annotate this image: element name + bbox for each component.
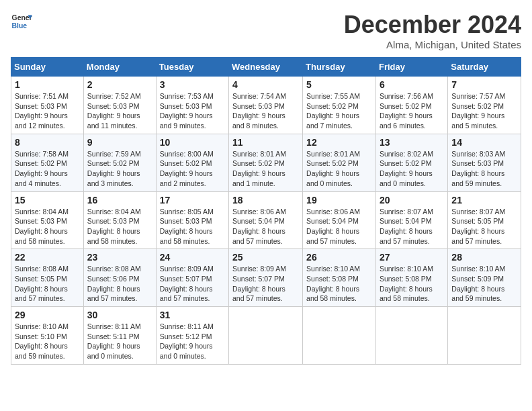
- calendar-cell: 17 Sunrise: 8:05 AMSunset: 5:03 PMDaylig…: [156, 191, 228, 249]
- day-detail: Sunrise: 8:01 AMSunset: 5:02 PMDaylight:…: [306, 150, 360, 187]
- day-number: 12: [306, 137, 372, 148]
- day-number: 13: [380, 137, 444, 148]
- calendar-cell: 29 Sunrise: 8:10 AMSunset: 5:10 PMDaylig…: [11, 307, 84, 365]
- calendar-cell: 8 Sunrise: 7:58 AMSunset: 5:02 PMDayligh…: [11, 134, 84, 191]
- day-number: 3: [160, 79, 225, 90]
- day-detail: Sunrise: 8:10 AMSunset: 5:10 PMDaylight:…: [15, 322, 69, 360]
- day-detail: Sunrise: 8:00 AMSunset: 5:02 PMDaylight:…: [160, 150, 214, 187]
- calendar-cell: 16 Sunrise: 8:04 AMSunset: 5:03 PMDaylig…: [83, 191, 156, 249]
- day-of-week-header: Wednesday: [229, 58, 303, 77]
- day-detail: Sunrise: 8:04 AMSunset: 5:03 PMDaylight:…: [15, 208, 69, 245]
- calendar-cell: 6 Sunrise: 7:56 AMSunset: 5:02 PMDayligh…: [375, 77, 447, 134]
- calendar-cell: [448, 307, 521, 365]
- day-detail: Sunrise: 8:02 AMSunset: 5:02 PMDaylight:…: [380, 150, 433, 187]
- day-number: 20: [380, 195, 444, 205]
- calendar-cell: 7 Sunrise: 7:57 AMSunset: 5:02 PMDayligh…: [448, 77, 521, 134]
- calendar-cell: [229, 307, 303, 365]
- calendar-cell: 27 Sunrise: 8:10 AMSunset: 5:08 PMDaylig…: [375, 249, 447, 307]
- day-number: 30: [87, 310, 152, 320]
- day-detail: Sunrise: 8:01 AMSunset: 5:02 PMDaylight:…: [232, 150, 286, 187]
- day-number: 17: [160, 195, 225, 205]
- day-number: 10: [160, 137, 225, 148]
- day-detail: Sunrise: 7:55 AMSunset: 5:02 PMDaylight:…: [306, 92, 360, 130]
- day-of-week-header: Friday: [375, 58, 447, 77]
- day-number: 21: [451, 195, 517, 205]
- month-title: December 2024: [344, 11, 521, 39]
- calendar-cell: 12 Sunrise: 8:01 AMSunset: 5:02 PMDaylig…: [303, 134, 376, 191]
- day-detail: Sunrise: 8:08 AMSunset: 5:05 PMDaylight:…: [15, 265, 69, 302]
- calendar-cell: 31 Sunrise: 8:11 AMSunset: 5:12 PMDaylig…: [156, 307, 228, 365]
- calendar-cell: [375, 307, 447, 365]
- title-block: December 2024 Alma, Michigan, United Sta…: [344, 11, 521, 50]
- day-number: 27: [380, 252, 444, 263]
- calendar-cell: 14 Sunrise: 8:03 AMSunset: 5:03 PMDaylig…: [448, 134, 521, 191]
- day-detail: Sunrise: 7:56 AMSunset: 5:02 PMDaylight:…: [380, 92, 433, 130]
- logo: General Blue: [11, 11, 32, 32]
- day-number: 11: [232, 137, 299, 148]
- day-of-week-header: Monday: [83, 58, 156, 77]
- calendar-cell: 19 Sunrise: 8:06 AMSunset: 5:04 PMDaylig…: [303, 191, 376, 249]
- day-number: 7: [451, 79, 517, 90]
- day-number: 8: [15, 137, 80, 148]
- header-section: General Blue December 2024 Alma, Michiga…: [11, 11, 521, 50]
- calendar-cell: 2 Sunrise: 7:52 AMSunset: 5:03 PMDayligh…: [83, 77, 156, 134]
- day-number: 28: [451, 252, 517, 263]
- calendar-cell: 4 Sunrise: 7:54 AMSunset: 5:03 PMDayligh…: [229, 77, 303, 134]
- day-number: 24: [160, 252, 225, 263]
- day-detail: Sunrise: 8:07 AMSunset: 5:05 PMDaylight:…: [451, 208, 505, 245]
- day-of-week-header: Tuesday: [156, 58, 228, 77]
- calendar-cell: 18 Sunrise: 8:06 AMSunset: 5:04 PMDaylig…: [229, 191, 303, 249]
- day-detail: Sunrise: 8:07 AMSunset: 5:04 PMDaylight:…: [380, 208, 433, 245]
- day-number: 9: [87, 137, 152, 148]
- day-number: 1: [15, 79, 80, 90]
- calendar-cell: [303, 307, 376, 365]
- day-of-week-header: Thursday: [303, 58, 376, 77]
- day-number: 25: [232, 252, 299, 263]
- day-number: 6: [380, 79, 444, 90]
- day-detail: Sunrise: 7:59 AMSunset: 5:02 PMDaylight:…: [87, 150, 141, 187]
- day-detail: Sunrise: 7:53 AMSunset: 5:03 PMDaylight:…: [160, 92, 214, 130]
- day-number: 29: [15, 310, 80, 320]
- day-detail: Sunrise: 8:06 AMSunset: 5:04 PMDaylight:…: [232, 208, 286, 245]
- day-detail: Sunrise: 8:03 AMSunset: 5:03 PMDaylight:…: [451, 150, 505, 187]
- day-detail: Sunrise: 7:54 AMSunset: 5:03 PMDaylight:…: [232, 92, 286, 130]
- calendar-cell: 15 Sunrise: 8:04 AMSunset: 5:03 PMDaylig…: [11, 191, 84, 249]
- day-number: 26: [306, 252, 372, 263]
- day-of-week-header: Saturday: [448, 58, 521, 77]
- day-detail: Sunrise: 8:10 AMSunset: 5:08 PMDaylight:…: [306, 265, 360, 302]
- calendar-cell: 28 Sunrise: 8:10 AMSunset: 5:09 PMDaylig…: [448, 249, 521, 307]
- day-detail: Sunrise: 8:06 AMSunset: 5:04 PMDaylight:…: [306, 208, 360, 245]
- day-number: 19: [306, 195, 372, 205]
- calendar-cell: 22 Sunrise: 8:08 AMSunset: 5:05 PMDaylig…: [11, 249, 84, 307]
- calendar-cell: 20 Sunrise: 8:07 AMSunset: 5:04 PMDaylig…: [375, 191, 447, 249]
- calendar-cell: 13 Sunrise: 8:02 AMSunset: 5:02 PMDaylig…: [375, 134, 447, 191]
- day-detail: Sunrise: 8:09 AMSunset: 5:07 PMDaylight:…: [232, 265, 286, 302]
- day-detail: Sunrise: 8:04 AMSunset: 5:03 PMDaylight:…: [87, 208, 141, 245]
- calendar-cell: 10 Sunrise: 8:00 AMSunset: 5:02 PMDaylig…: [156, 134, 228, 191]
- day-number: 14: [451, 137, 517, 148]
- calendar-cell: 1 Sunrise: 7:51 AMSunset: 5:03 PMDayligh…: [11, 77, 84, 134]
- day-detail: Sunrise: 8:08 AMSunset: 5:06 PMDaylight:…: [87, 265, 141, 302]
- day-detail: Sunrise: 7:58 AMSunset: 5:02 PMDaylight:…: [15, 150, 69, 187]
- day-detail: Sunrise: 8:10 AMSunset: 5:08 PMDaylight:…: [380, 265, 433, 302]
- day-number: 22: [15, 252, 80, 263]
- calendar-cell: 3 Sunrise: 7:53 AMSunset: 5:03 PMDayligh…: [156, 77, 228, 134]
- day-of-week-header: Sunday: [11, 58, 84, 77]
- calendar-cell: 9 Sunrise: 7:59 AMSunset: 5:02 PMDayligh…: [83, 134, 156, 191]
- day-detail: Sunrise: 8:11 AMSunset: 5:12 PMDaylight:…: [160, 322, 214, 360]
- day-detail: Sunrise: 7:51 AMSunset: 5:03 PMDaylight:…: [15, 92, 69, 130]
- day-detail: Sunrise: 7:57 AMSunset: 5:02 PMDaylight:…: [451, 92, 505, 130]
- day-detail: Sunrise: 8:05 AMSunset: 5:03 PMDaylight:…: [160, 208, 214, 245]
- day-number: 18: [232, 195, 299, 205]
- day-detail: Sunrise: 8:10 AMSunset: 5:09 PMDaylight:…: [451, 265, 505, 302]
- calendar-cell: 5 Sunrise: 7:55 AMSunset: 5:02 PMDayligh…: [303, 77, 376, 134]
- day-number: 16: [87, 195, 152, 205]
- day-number: 4: [232, 79, 299, 90]
- location-title: Alma, Michigan, United States: [344, 39, 521, 50]
- day-number: 2: [87, 79, 152, 90]
- calendar-cell: 25 Sunrise: 8:09 AMSunset: 5:07 PMDaylig…: [229, 249, 303, 307]
- logo-icon: General Blue: [11, 11, 32, 32]
- calendar-cell: 30 Sunrise: 8:11 AMSunset: 5:11 PMDaylig…: [83, 307, 156, 365]
- day-number: 15: [15, 195, 80, 205]
- calendar-cell: 21 Sunrise: 8:07 AMSunset: 5:05 PMDaylig…: [448, 191, 521, 249]
